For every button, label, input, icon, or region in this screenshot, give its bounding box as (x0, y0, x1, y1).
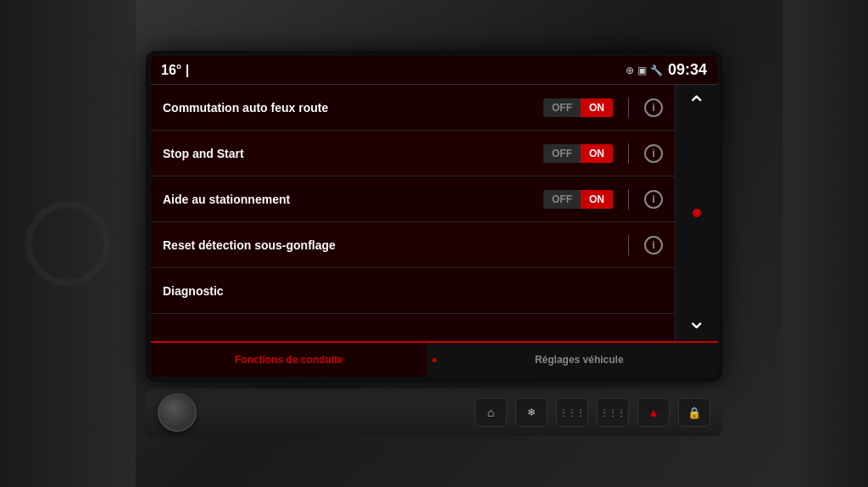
settings-icon: 🔧 (650, 64, 663, 76)
setting-controls-aide: OFF ON i (543, 189, 663, 210)
toggle-on-aide[interactable]: ON (581, 190, 613, 209)
separator-commutation (628, 98, 629, 118)
toggle-off-stop-start[interactable]: OFF (543, 144, 581, 163)
lock-icon: 🔒 (687, 406, 701, 419)
car-dashboard: 16° | ⊕ ▣ 🔧 09:34 Commutation auto feu (0, 0, 868, 487)
hw-buttons-row: ⌂ ❄ ⋮⋮⋮ ⋮⋮⋮ ▲ 🔒 (475, 398, 710, 427)
info-btn-stop-start[interactable]: i (644, 144, 663, 163)
lock-button[interactable]: 🔒 (678, 398, 710, 427)
tab-fonctions-conduite[interactable]: Fonctions de conduite (151, 343, 427, 377)
home-button[interactable]: ⌂ (475, 398, 507, 427)
fan-icon: ❄ (527, 406, 536, 418)
signal-icon: ▣ (637, 64, 647, 76)
setting-controls-commutation: OFF ON i (543, 98, 663, 118)
toggle-on-commutation[interactable]: ON (581, 98, 613, 117)
setting-controls-stop-start: OFF ON i (543, 143, 663, 164)
info-btn-commutation[interactable]: i (644, 98, 663, 117)
info-btn-reset[interactable]: i (644, 236, 663, 255)
scroll-position-indicator (693, 209, 701, 217)
dashboard-right (783, 0, 868, 487)
dashboard-left (0, 0, 136, 487)
rear-defrost-icon: ⋮⋮⋮ (559, 408, 585, 417)
setting-label-commutation: Commutation auto feux route (163, 101, 543, 115)
setting-row-commutation: Commutation auto feux route OFF ON i (151, 85, 675, 131)
footer-dot-separator (432, 358, 437, 362)
tab-reglages-label: Réglages véhicule (535, 354, 624, 366)
separator-reset (628, 235, 629, 255)
front-defrost-button[interactable]: ⋮⋮⋮ (597, 398, 629, 427)
setting-row-stop-start: Stop and Start OFF ON i (151, 131, 675, 176)
volume-knob[interactable] (158, 393, 197, 432)
separator-stop-start (628, 143, 629, 164)
info-btn-aide[interactable]: i (644, 190, 663, 209)
settings-list: Commutation auto feux route OFF ON i (151, 85, 675, 341)
separator-aide (628, 189, 629, 210)
fan-button[interactable]: ❄ (515, 398, 548, 427)
setting-row-diagnostic[interactable]: Diagnostic (151, 268, 675, 314)
hazard-icon: ▲ (648, 406, 659, 419)
steering-wheel-hint (25, 201, 110, 286)
toggle-commutation[interactable]: OFF ON (543, 98, 613, 117)
setting-row-reset: Reset détection sous-gonflage i (151, 222, 675, 268)
header-right: ⊕ ▣ 🔧 09:34 (626, 61, 707, 79)
toggle-off-commutation[interactable]: OFF (543, 98, 581, 117)
toggle-on-stop-start[interactable]: ON (581, 144, 613, 163)
location-icon: ⊕ (626, 64, 634, 76)
hazard-button[interactable]: ▲ (637, 398, 670, 427)
toggle-stop-start[interactable]: OFF ON (543, 144, 613, 163)
screen-footer: Fonctions de conduite Réglages véhicule (151, 341, 717, 377)
scroll-sidebar: ⌃ ⌄ (675, 85, 717, 341)
temperature-display: 16° | (161, 63, 189, 78)
screen-header: 16° | ⊕ ▣ 🔧 09:34 (151, 56, 717, 85)
setting-label-aide: Aide au stationnement (163, 193, 543, 206)
setting-label-stop-start: Stop and Start (163, 147, 543, 160)
toggle-off-aide[interactable]: OFF (543, 190, 581, 209)
scroll-up-arrow[interactable]: ⌃ (687, 93, 706, 117)
setting-label-diagnostic: Diagnostic (163, 284, 663, 298)
screen-main: Commutation auto feux route OFF ON i (151, 85, 717, 341)
home-icon: ⌂ (487, 406, 494, 419)
setting-controls-reset: i (621, 235, 663, 255)
scroll-down-arrow[interactable]: ⌄ (687, 309, 706, 333)
tab-fonctions-label: Fonctions de conduite (235, 354, 343, 366)
hardware-buttons-strip: ⌂ ❄ ⋮⋮⋮ ⋮⋮⋮ ▲ 🔒 (146, 389, 722, 436)
clock-display: 09:34 (668, 61, 707, 79)
rear-defrost-button[interactable]: ⋮⋮⋮ (556, 398, 588, 427)
setting-row-aide: Aide au stationnement OFF ON i (151, 176, 675, 222)
setting-label-reset: Reset détection sous-gonflage (163, 238, 621, 252)
infotainment-screen: 16° | ⊕ ▣ 🔧 09:34 Commutation auto feu (151, 56, 717, 377)
tab-reglages-vehicule[interactable]: Réglages véhicule (442, 343, 718, 377)
toggle-aide[interactable]: OFF ON (543, 190, 613, 209)
screen-bezel: 16° | ⊕ ▣ 🔧 09:34 Commutation auto feu (146, 51, 722, 382)
front-defrost-icon: ⋮⋮⋮ (600, 408, 626, 417)
status-icons: ⊕ ▣ 🔧 (626, 64, 663, 76)
